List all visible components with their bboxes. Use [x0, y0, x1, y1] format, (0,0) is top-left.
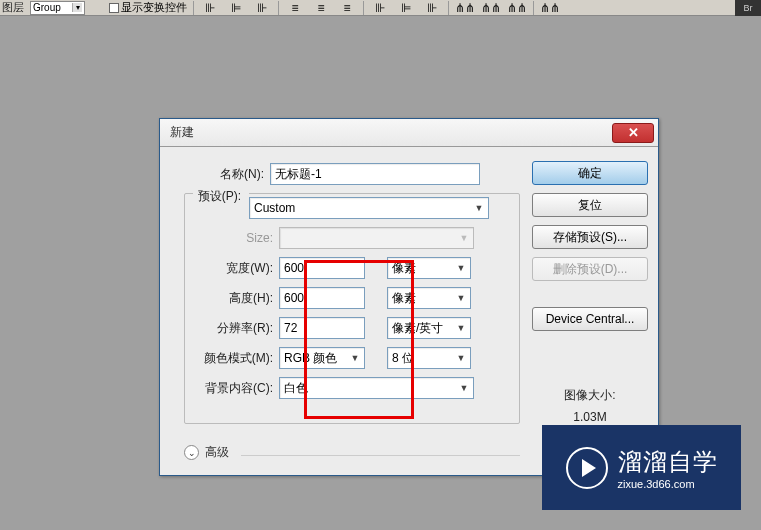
checkbox-label: 显示变换控件 [121, 1, 187, 15]
align-icon-3[interactable]: ⊪ [252, 1, 272, 15]
separator [448, 1, 449, 15]
save-preset-button[interactable]: 存储预设(S)... [532, 225, 648, 249]
colormode-value: RGB 颜色 [284, 350, 337, 367]
toolbar: 图层 Group ▾ 显示变换控件 ⊪ ⊫ ⊪ ≡ ≡ ≡ ⊪ ⊫ ⊪ ⋔⋔ ⋔… [0, 0, 761, 16]
show-transform-checkbox[interactable]: 显示变换控件 [109, 1, 187, 15]
resolution-unit: 像素/英寸 [392, 320, 443, 337]
width-input[interactable] [279, 257, 365, 279]
bgcontent-value: 白色 [284, 380, 308, 397]
preset-dropdown[interactable]: Custom ▼ [249, 197, 489, 219]
separator [533, 1, 534, 15]
size-label: Size: [193, 231, 273, 245]
width-label: 宽度(W): [193, 260, 273, 277]
resolution-label: 分辨率(R): [193, 320, 273, 337]
colormode-label: 颜色模式(M): [193, 350, 273, 367]
reset-button[interactable]: 复位 [532, 193, 648, 217]
image-size-block: 图像大小: 1.03M [532, 385, 648, 428]
advanced-label: 高级 [205, 444, 229, 461]
device-central-button[interactable]: Device Central... [532, 307, 648, 331]
chevron-down-icon: ▼ [459, 233, 469, 243]
distribute-icon-4[interactable]: ⋔⋔ [455, 1, 475, 15]
name-input[interactable] [270, 163, 480, 185]
align-icon-1[interactable]: ⊪ [200, 1, 220, 15]
name-label: 名称(N): [184, 166, 264, 183]
width-unit: 像素 [392, 260, 416, 277]
chevron-down-icon: ▼ [350, 353, 360, 363]
chevron-down-icon: ▼ [459, 383, 469, 393]
bgcontent-label: 背景内容(C): [193, 380, 273, 397]
height-input[interactable] [279, 287, 365, 309]
distribute-icon-2[interactable]: ⊫ [396, 1, 416, 15]
checkbox-icon [109, 3, 119, 13]
bridge-icon[interactable]: Br [735, 0, 761, 16]
watermark-main: 溜溜自学 [618, 446, 718, 478]
expand-icon: ⌄ [184, 445, 199, 460]
size-dropdown: ▼ [279, 227, 474, 249]
chevron-down-icon: ▼ [456, 263, 466, 273]
align-icon-2[interactable]: ⊫ [226, 1, 246, 15]
preset-label: 预设(P): [195, 188, 241, 205]
align-icon-6[interactable]: ≡ [337, 1, 357, 15]
height-label: 高度(H): [193, 290, 273, 307]
separator [193, 1, 194, 15]
image-size-label: 图像大小: [532, 385, 648, 407]
preset-group: 预设(P): Custom ▼ Size: ▼ [184, 193, 520, 424]
delete-preset-button: 删除预设(D)... [532, 257, 648, 281]
bitdepth-dropdown[interactable]: 8 位 ▼ [387, 347, 471, 369]
distribute-icon-3[interactable]: ⊪ [422, 1, 442, 15]
dialog-title: 新建 [170, 124, 194, 141]
height-unit: 像素 [392, 290, 416, 307]
chevron-down-icon: ▼ [456, 323, 466, 333]
resolution-unit-dropdown[interactable]: 像素/英寸 ▼ [387, 317, 471, 339]
play-icon [566, 447, 608, 489]
separator [278, 1, 279, 15]
advanced-toggle[interactable]: ⌄ 高级 [184, 444, 520, 461]
layer-dropdown-value: Group [33, 2, 61, 13]
resolution-input[interactable] [279, 317, 365, 339]
chevron-down-icon: ▾ [72, 3, 82, 12]
distribute-icon-5[interactable]: ⋔⋔ [481, 1, 501, 15]
distribute-icon-1[interactable]: ⊪ [370, 1, 390, 15]
bitdepth-value: 8 位 [392, 350, 414, 367]
extra-icon[interactable]: ⋔⋔ [540, 1, 560, 15]
ok-button[interactable]: 确定 [532, 161, 648, 185]
align-icon-5[interactable]: ≡ [311, 1, 331, 15]
toolbar-layer-label: 图层 [2, 1, 24, 15]
separator [363, 1, 364, 15]
distribute-icon-6[interactable]: ⋔⋔ [507, 1, 527, 15]
preset-value: Custom [254, 201, 295, 215]
align-icon-4[interactable]: ≡ [285, 1, 305, 15]
chevron-down-icon: ▼ [456, 353, 466, 363]
bgcontent-dropdown[interactable]: 白色 ▼ [279, 377, 474, 399]
dialog-titlebar: 新建 ✕ [160, 119, 658, 147]
colormode-dropdown[interactable]: RGB 颜色 ▼ [279, 347, 365, 369]
new-document-dialog: 新建 ✕ 名称(N): 预设(P): Custom [159, 118, 659, 476]
close-icon: ✕ [628, 125, 639, 140]
close-button[interactable]: ✕ [612, 123, 654, 143]
chevron-down-icon: ▼ [474, 203, 484, 213]
watermark-sub: zixue.3d66.com [618, 478, 718, 490]
width-unit-dropdown[interactable]: 像素 ▼ [387, 257, 471, 279]
watermark: 溜溜自学 zixue.3d66.com [542, 425, 741, 510]
chevron-down-icon: ▼ [456, 293, 466, 303]
height-unit-dropdown[interactable]: 像素 ▼ [387, 287, 471, 309]
layer-dropdown[interactable]: Group ▾ [30, 1, 85, 15]
